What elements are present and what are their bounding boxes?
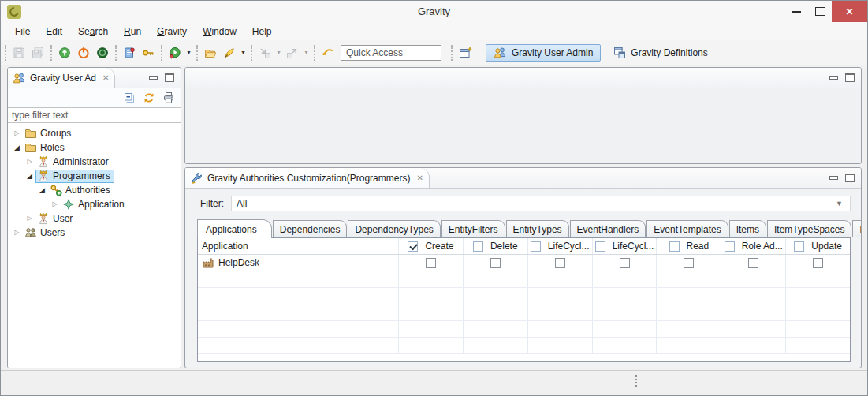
close-window-button[interactable]: ✕ xyxy=(832,1,867,22)
minimize-view-icon[interactable] xyxy=(829,76,838,80)
tab-eventtemplates[interactable]: EventTemplates xyxy=(646,220,728,237)
deploy-button[interactable] xyxy=(93,43,112,62)
start-server-button[interactable] xyxy=(55,43,74,62)
expand-arrow-icon[interactable]: ▷ xyxy=(24,211,35,226)
menu-file[interactable]: File xyxy=(7,24,38,39)
tab-entitytypes[interactable]: EntityTypes xyxy=(506,220,569,237)
export-dropdown-arrow[interactable]: ▾ xyxy=(302,43,311,62)
stop-server-button[interactable] xyxy=(74,43,93,62)
tab-gravity-user-admin[interactable]: Gravity User Ad ✕ xyxy=(8,68,115,88)
column-header-lifecycl[interactable]: LifeCycl... xyxy=(528,238,593,254)
column-checkbox-delete[interactable] xyxy=(473,241,483,252)
open-perspective-button[interactable] xyxy=(456,43,475,62)
tab-dependencies[interactable]: Dependencies xyxy=(273,220,348,237)
maximize-view-icon[interactable] xyxy=(165,73,174,82)
expand-arrow-icon[interactable]: ▷ xyxy=(49,197,61,211)
quill-dropdown-arrow[interactable]: ▾ xyxy=(239,43,248,62)
quill-button[interactable] xyxy=(220,43,239,62)
tab-items[interactable]: Items xyxy=(729,220,766,237)
close-icon[interactable]: ✕ xyxy=(102,73,109,82)
tree-item-administrator[interactable]: ▷Administrator xyxy=(8,155,181,169)
key-security-button[interactable] xyxy=(139,43,158,62)
authorities-table: ApplicationCreateDeleteLifeCycl...LifeCy… xyxy=(197,237,851,362)
table-row-helpdesk[interactable]: HelpDesk xyxy=(198,255,850,271)
perspective-button-gravity-user-admin[interactable]: Gravity User Admin xyxy=(486,44,601,62)
column-header-application[interactable]: Application xyxy=(198,238,399,254)
menu-gravity[interactable]: Gravity xyxy=(149,24,195,39)
tab-lifecycles[interactable]: LifeCycles xyxy=(852,220,862,237)
back-history-button[interactable] xyxy=(319,43,337,62)
tree-item-label: Groups xyxy=(40,128,71,139)
column-checkbox-lifecycl[interactable] xyxy=(595,241,605,252)
row-checkbox-read[interactable] xyxy=(684,258,694,268)
tab-entityfilters[interactable]: EntityFilters xyxy=(441,220,505,237)
tab-gravity-authorities-customization[interactable]: Gravity Authorities Customization(Progra… xyxy=(185,168,430,188)
run-button[interactable] xyxy=(166,43,184,62)
row-checkbox-update[interactable] xyxy=(813,258,823,268)
quick-access-input[interactable] xyxy=(341,45,441,61)
tab-itemtypespaces[interactable]: ItemTypeSpaces xyxy=(767,220,851,237)
tab-dependencytypes[interactable]: DependencyTypes xyxy=(348,220,440,237)
tree-filter-input[interactable] xyxy=(8,107,181,123)
column-checkbox-update[interactable] xyxy=(794,241,804,252)
close-icon[interactable]: ✕ xyxy=(416,174,423,182)
maximize-view-icon[interactable] xyxy=(845,73,855,82)
collapse-arrow-icon[interactable]: ◢ xyxy=(24,169,35,183)
column-checkbox-create[interactable] xyxy=(408,241,418,252)
column-checkbox-lifecycl[interactable] xyxy=(531,241,541,252)
table-empty-row xyxy=(198,304,850,321)
import-dropdown-arrow[interactable]: ▾ xyxy=(274,43,283,62)
column-checkbox-role-ad[interactable] xyxy=(725,241,735,252)
refresh-button[interactable] xyxy=(142,91,156,105)
tree-item-application[interactable]: ▷Application xyxy=(8,197,181,211)
filter-combo[interactable]: All ▼ xyxy=(231,196,851,211)
column-header-delete[interactable]: Delete xyxy=(464,238,528,254)
menu-search[interactable]: Search xyxy=(70,24,116,39)
minimize-view-icon[interactable] xyxy=(829,176,838,180)
column-checkbox-read[interactable] xyxy=(669,241,680,252)
column-header-role-ad[interactable]: Role Ad... xyxy=(721,238,786,254)
print-button[interactable] xyxy=(162,91,176,105)
expand-arrow-icon[interactable]: ▷ xyxy=(11,226,23,240)
tree-item-users[interactable]: ▷Users xyxy=(8,226,181,240)
menu-run[interactable]: Run xyxy=(116,24,149,39)
open-folder-button[interactable] xyxy=(201,43,220,62)
row-checkbox-role-ad[interactable] xyxy=(748,258,758,268)
collapse-arrow-icon[interactable]: ◢ xyxy=(36,183,48,197)
run-dropdown-arrow[interactable]: ▾ xyxy=(184,43,193,62)
roles-tree: ▷Groups◢Roles▷Administrator◢Programmers◢… xyxy=(8,123,181,368)
row-checkbox-lifecycl[interactable] xyxy=(620,258,630,268)
tree-item-programmers[interactable]: ◢Programmers xyxy=(8,169,181,183)
column-header-create[interactable]: Create xyxy=(399,238,464,254)
tree-item-roles[interactable]: ◢Roles xyxy=(8,140,181,155)
empty-cell xyxy=(721,304,786,320)
expand-arrow-icon[interactable]: ▷ xyxy=(24,155,35,169)
collapse-all-button[interactable] xyxy=(122,91,136,105)
menu-help[interactable]: Help xyxy=(244,24,280,39)
editor-minmax xyxy=(829,73,861,82)
empty-cell xyxy=(786,271,850,287)
tab-eventhandlers[interactable]: EventHandlers xyxy=(570,220,646,237)
window-title: Gravity xyxy=(1,1,867,22)
maximize-view-icon[interactable] xyxy=(845,174,855,182)
minimize-view-icon[interactable] xyxy=(149,76,158,80)
perspective-button-gravity-definitions[interactable]: Gravity Definitions xyxy=(605,44,715,62)
tab-applications[interactable]: Applications xyxy=(197,219,272,238)
trim-drag-handle-icon[interactable] xyxy=(635,375,637,387)
row-checkbox-delete[interactable] xyxy=(490,258,501,268)
menu-window[interactable]: Window xyxy=(195,24,244,39)
column-header-read[interactable]: Read xyxy=(657,238,721,254)
maximize-window-button[interactable] xyxy=(808,1,832,22)
bookmark-log-button[interactable] xyxy=(120,43,139,62)
row-checkbox-lifecycl[interactable] xyxy=(555,258,565,268)
column-header-update[interactable]: Update xyxy=(786,238,850,254)
minimize-window-button[interactable] xyxy=(784,1,808,22)
expand-arrow-icon[interactable]: ▷ xyxy=(11,126,23,140)
row-checkbox-create[interactable] xyxy=(426,258,436,268)
tree-item-authorities[interactable]: ◢Authorities xyxy=(8,183,181,197)
collapse-arrow-icon[interactable]: ◢ xyxy=(11,140,23,155)
tree-item-groups[interactable]: ▷Groups xyxy=(8,126,181,140)
menu-edit[interactable]: Edit xyxy=(38,24,70,39)
column-header-lifecycl[interactable]: LifeCycl... xyxy=(593,238,658,254)
tree-item-user[interactable]: ▷User xyxy=(8,211,181,226)
